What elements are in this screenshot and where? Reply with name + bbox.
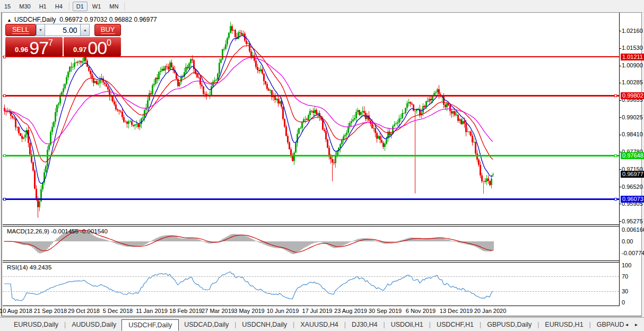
date-axis-label: 3 May 2019 <box>234 308 264 314</box>
buy-price-prefix: 0.97 <box>73 46 86 54</box>
price-axis-tick-label: 0.95275 <box>622 218 643 224</box>
rsi-axis-label: 30 <box>622 288 628 294</box>
price-axis-tick-label: 1.01530 <box>622 45 643 51</box>
price-axis-tick-label: 1.00285 <box>622 79 643 85</box>
level-handle[interactable] <box>614 198 617 201</box>
macd-axis-label: -0.007745 <box>622 250 644 256</box>
date-axis-label: 10 Aug 2018 <box>0 308 32 314</box>
date-axis-label: 21 Sep 2018 <box>34 308 67 314</box>
price-axis-tick <box>619 187 621 187</box>
timeframe-toolbar: 15M30H1H4D1W1MN <box>0 0 644 13</box>
tab-xauusd-h4[interactable]: XAUUSD,H4 <box>295 319 344 330</box>
volume-input[interactable] <box>45 24 80 36</box>
date-axis-label: 23 Aug 2019 <box>334 308 367 314</box>
macd-pane-top-border[interactable] <box>3 226 620 227</box>
level-handle[interactable] <box>614 94 617 97</box>
horizontal-level-line[interactable] <box>3 155 619 156</box>
timeframe-button-m30[interactable]: M30 <box>15 2 34 11</box>
timeframe-button-w1[interactable]: W1 <box>89 2 105 11</box>
ohlc-values: 0.96972 0.97032 0.96882 0.96977 <box>59 16 157 23</box>
sell-price-prefix: 0.96 <box>15 46 28 54</box>
rsi-axis-label: 70 <box>622 273 628 280</box>
price-axis-tick <box>619 117 621 118</box>
chevron-up-icon: ▲ <box>83 28 87 32</box>
volume-decrease-button[interactable]: ▼ <box>36 24 46 36</box>
current-price-label: 0.96977 <box>621 171 644 178</box>
level-handle[interactable] <box>3 198 6 201</box>
tab-usdchf-daily[interactable]: USDCHF,Daily <box>121 319 179 331</box>
rsi-indicator-canvas[interactable] <box>3 263 619 306</box>
arrow-right-icon: ► <box>634 323 639 327</box>
date-axis-label: 18 Feb 2019 <box>169 308 202 314</box>
date-axis-label: 30 Sep 2019 <box>369 308 402 314</box>
date-axis-label: 5 Dec 2018 <box>103 308 133 314</box>
level-handle[interactable] <box>614 154 617 157</box>
timeframe-button-h1[interactable]: H1 <box>36 2 50 11</box>
symbol-info-line: ▲USDCHF,Daily 0.96972 0.97032 0.96882 0.… <box>7 16 157 23</box>
price-axis-tick <box>619 135 621 135</box>
sell-price-box[interactable]: 0.96977 <box>5 37 63 56</box>
horizontal-level-line[interactable] <box>3 198 619 200</box>
timeframe-button-h4[interactable]: H4 <box>51 2 66 11</box>
tab-usdcad-daily[interactable]: USDCAD,Daily <box>179 319 234 330</box>
price-axis-tick <box>619 221 621 222</box>
symbol-name: USDCHF,Daily <box>14 16 56 23</box>
price-axis-tick <box>619 48 621 49</box>
macd-pane-bottom-border[interactable] <box>3 260 620 261</box>
buy-price-main: 00 <box>88 39 107 56</box>
level-handle[interactable] <box>3 94 6 97</box>
tab-eurusd-h1[interactable]: EURUSD,H1 <box>539 319 588 330</box>
price-axis-tick-label: 0.96520 <box>622 184 643 190</box>
horizontal-level-line[interactable] <box>3 95 619 97</box>
date-axis-label: 6 Nov 2019 <box>406 308 436 314</box>
chart-tabs: EURUSD,Daily|AUDUSD,DailyUSDCHF,DailyUSD… <box>0 319 624 331</box>
main-pane-bottom-border <box>3 224 620 225</box>
tab-usdcnh-daily[interactable]: USDCNH,Daily <box>237 319 292 330</box>
tab-gbpusd-daily[interactable]: GBPUSD,Daily <box>482 319 537 330</box>
tab-usdoil-h1[interactable]: USDOil,H1 <box>386 319 429 330</box>
price-axis-tick <box>619 169 621 170</box>
rsi-level-line <box>3 276 619 277</box>
rsi-level-line <box>3 291 619 292</box>
sell-button[interactable]: SELL <box>5 24 36 36</box>
collapse-trade-panel-icon[interactable]: ▲ <box>7 18 12 23</box>
one-click-trading-panel: SELL ▼ ▲ BUY 0.96977 0.97000 <box>5 24 121 56</box>
arrow-left-icon: ◄ <box>625 323 629 327</box>
date-axis-label: 20 Jan 2020 <box>474 308 507 314</box>
date-axis-label: 17 Jul 2019 <box>302 308 333 314</box>
buy-button-label: BUY <box>101 26 115 34</box>
price-axis-line <box>619 13 620 306</box>
buy-button[interactable]: BUY <box>94 24 121 36</box>
buy-price-pip: 0 <box>107 38 111 48</box>
level-handle[interactable] <box>3 154 6 157</box>
toolbar-separator <box>125 2 126 11</box>
tab-audusd-daily[interactable]: AUDUSD,Daily <box>66 319 121 330</box>
sell-price-main: 97 <box>29 39 48 56</box>
price-axis-tick <box>619 100 621 101</box>
level-price-label: 0.96073 <box>621 196 644 203</box>
date-axis-label: 13 Dec 2019 <box>440 308 473 314</box>
tab-scroll-right-button[interactable]: ► <box>633 321 640 328</box>
price-axis-tick-label: 0.99025 <box>622 114 643 120</box>
tab-scroll-left-button[interactable]: ◄ <box>623 321 630 328</box>
tab-gbpaud-h1[interactable]: GBPAUD,H1 <box>591 319 624 330</box>
buy-price-box[interactable]: 0.97000 <box>64 37 121 56</box>
tab-dj30-h4[interactable]: DJ30,H4 <box>346 319 383 330</box>
timeframe-button-d1[interactable]: D1 <box>73 2 88 11</box>
price-axis-tick <box>619 66 621 66</box>
tab-eurusd-daily[interactable]: EURUSD,Daily <box>8 319 64 330</box>
macd-label: MACD(12,26,9) -0.001455 -0.001540 <box>7 228 108 234</box>
price-axis-tick <box>619 204 621 204</box>
level-price-label: 0.99802 <box>621 92 644 99</box>
volume-increase-button[interactable]: ▲ <box>80 24 90 36</box>
price-axis-tick-label: 0.98410 <box>622 131 643 137</box>
tab-usdchf-h1[interactable]: USDCHF,H1 <box>431 319 479 330</box>
level-price-label: 0.97648 <box>621 152 644 159</box>
rsi-pane-top-border[interactable] <box>3 262 620 263</box>
date-axis-label: 29 Oct 2018 <box>68 308 100 314</box>
timeframe-button-mn[interactable]: MN <box>106 2 122 11</box>
timeframe-button-15[interactable]: 15 <box>1 2 14 11</box>
rsi-pane-bottom-border <box>3 306 620 306</box>
toolbar-separator <box>69 2 70 11</box>
rsi-axis-label: 0 <box>622 299 625 306</box>
